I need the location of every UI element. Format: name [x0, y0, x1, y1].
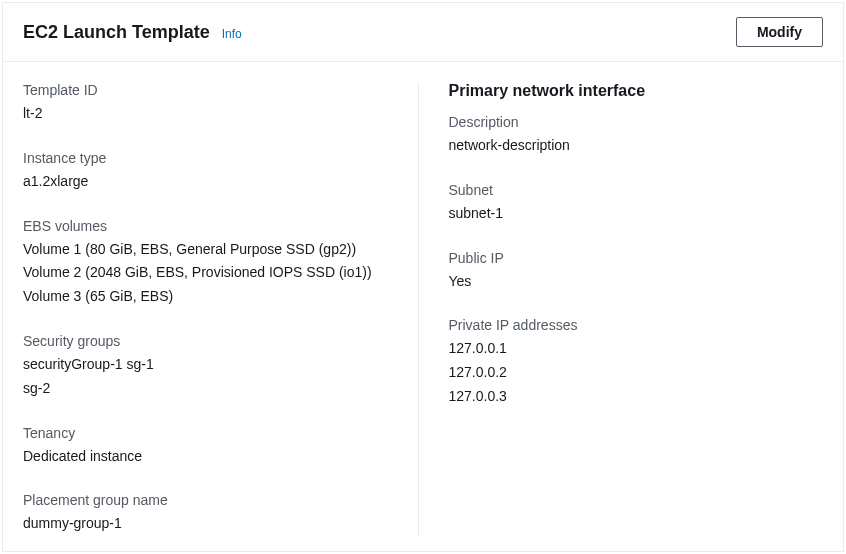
panel-body: Template ID lt-2 Instance type a1.2xlarg…	[3, 62, 843, 554]
label-tenancy: Tenancy	[23, 425, 398, 441]
label-security-groups: Security groups	[23, 333, 398, 349]
field-public-ip: Public IP Yes	[449, 250, 824, 294]
info-link[interactable]: Info	[222, 27, 242, 41]
value-public-ip: Yes	[449, 270, 824, 294]
label-public-ip: Public IP	[449, 250, 824, 266]
field-ebs-volumes: EBS volumes Volume 1 (80 GiB, EBS, Gener…	[23, 218, 398, 309]
label-instance-type: Instance type	[23, 150, 398, 166]
security-group-item: securityGroup-1 sg-1	[23, 353, 398, 377]
label-placement-group: Placement group name	[23, 492, 398, 508]
private-ip-item: 127.0.0.1	[449, 337, 824, 361]
value-placement-group: dummy-group-1	[23, 512, 398, 536]
value-subnet: subnet-1	[449, 202, 824, 226]
value-template-id: lt-2	[23, 102, 398, 126]
col-right: Primary network interface Description ne…	[419, 82, 824, 536]
field-placement-group: Placement group name dummy-group-1	[23, 492, 398, 536]
ec2-launch-template-panel: EC2 Launch Template Info Modify Template…	[2, 2, 844, 552]
value-private-ips: 127.0.0.1 127.0.0.2 127.0.0.3	[449, 337, 824, 408]
label-template-id: Template ID	[23, 82, 398, 98]
field-private-ips: Private IP addresses 127.0.0.1 127.0.0.2…	[449, 317, 824, 408]
ebs-volume-item: Volume 2 (2048 GiB, EBS, Provisioned IOP…	[23, 261, 398, 285]
private-ip-item: 127.0.0.3	[449, 385, 824, 409]
field-subnet: Subnet subnet-1	[449, 182, 824, 226]
field-tenancy: Tenancy Dedicated instance	[23, 425, 398, 469]
value-security-groups: securityGroup-1 sg-1 sg-2	[23, 353, 398, 401]
field-description: Description network-description	[449, 114, 824, 158]
ebs-volume-item: Volume 1 (80 GiB, EBS, General Purpose S…	[23, 238, 398, 262]
field-template-id: Template ID lt-2	[23, 82, 398, 126]
field-security-groups: Security groups securityGroup-1 sg-1 sg-…	[23, 333, 398, 401]
private-ip-item: 127.0.0.2	[449, 361, 824, 385]
modify-button[interactable]: Modify	[736, 17, 823, 47]
security-group-item: sg-2	[23, 377, 398, 401]
field-instance-type: Instance type a1.2xlarge	[23, 150, 398, 194]
panel-title: EC2 Launch Template	[23, 22, 210, 43]
value-description: network-description	[449, 134, 824, 158]
label-private-ips: Private IP addresses	[449, 317, 824, 333]
panel-header: EC2 Launch Template Info Modify	[3, 3, 843, 62]
label-ebs-volumes: EBS volumes	[23, 218, 398, 234]
value-instance-type: a1.2xlarge	[23, 170, 398, 194]
heading-primary-network-interface: Primary network interface	[449, 82, 824, 100]
col-left: Template ID lt-2 Instance type a1.2xlarg…	[23, 82, 419, 536]
value-ebs-volumes: Volume 1 (80 GiB, EBS, General Purpose S…	[23, 238, 398, 309]
panel-title-wrap: EC2 Launch Template Info	[23, 22, 242, 43]
label-subnet: Subnet	[449, 182, 824, 198]
value-tenancy: Dedicated instance	[23, 445, 398, 469]
ebs-volume-item: Volume 3 (65 GiB, EBS)	[23, 285, 398, 309]
label-description: Description	[449, 114, 824, 130]
